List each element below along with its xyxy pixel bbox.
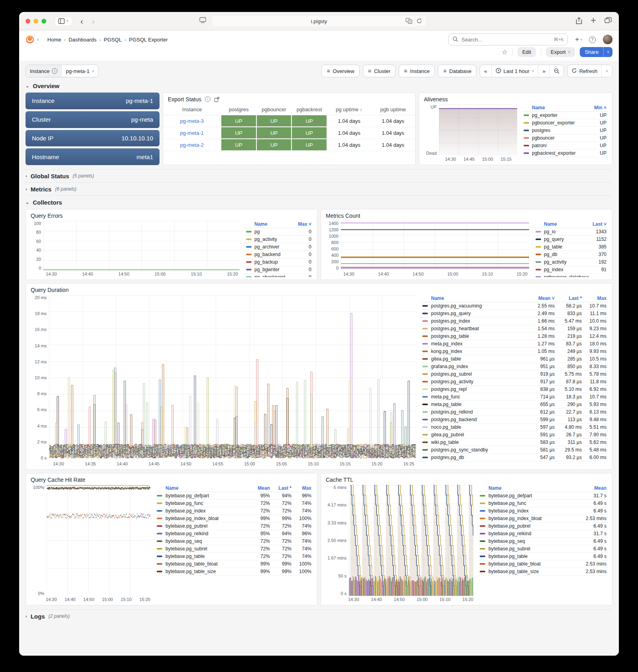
favorite-star-icon[interactable]: ☆ [502, 48, 507, 56]
series-name[interactable]: pg_table [544, 244, 596, 250]
series-name[interactable]: noco.pg_table [431, 424, 528, 430]
address-bar[interactable]: i.pigsty x [211, 15, 427, 27]
series-name[interactable]: bytebase.pg_func [488, 501, 576, 506]
series-name[interactable]: bytebase.pg_func [165, 501, 248, 506]
series-name[interactable]: bytebase.pg_table_bloat [165, 561, 248, 567]
time-range-picker[interactable]: Last 1 hour ˅ [491, 65, 538, 77]
series-name[interactable]: pg_db [544, 252, 596, 257]
series-name[interactable]: bytebase.pg_seq [488, 538, 576, 544]
series-name[interactable]: patroni [532, 143, 597, 148]
series-name[interactable]: postgres.pg_index [431, 318, 528, 324]
legend-item[interactable]: pg_bgwriter 0 [244, 266, 313, 274]
metrics-count-chart-canvas[interactable] [341, 221, 529, 270]
legend-item[interactable]: bytebase.pg_defpart 31.7 s [478, 492, 608, 500]
series-name[interactable]: pg_activity [544, 259, 596, 265]
legend-item[interactable]: pg_activity 192 [534, 258, 608, 266]
section-global-status[interactable]: › Global Status (5 panels) [26, 169, 612, 182]
legend-item[interactable]: kong.pg_index 1.05 ms 249 µs 9.93 ms [421, 348, 608, 355]
series-name[interactable]: bytebase.pg_table [165, 554, 248, 559]
external-link-icon[interactable] [214, 97, 219, 102]
legend-item[interactable]: postgres UP [522, 127, 608, 134]
legend-item[interactable]: bytebase.pg_subrel 72% 72% 74% [155, 545, 313, 553]
time-shift-back-button[interactable]: « [480, 65, 491, 77]
refresh-interval-chevron[interactable]: ˅ [601, 65, 612, 77]
user-avatar[interactable] [603, 35, 612, 44]
instance-link[interactable]: pg-meta-1 [163, 127, 221, 139]
tab-overview-icon[interactable] [605, 17, 612, 26]
legend-item[interactable]: bytebase.pg_table_bloat 2.53 mins [478, 560, 608, 568]
series-name[interactable]: bytebase.pg_table [488, 554, 576, 559]
legend-item[interactable]: postgres.pg_activity 917 µs 87.8 µs 11.8… [421, 378, 608, 386]
breadcrumb-label[interactable]: PGSQL Exporter [129, 37, 167, 43]
legend-item[interactable]: postgres.pg_db 547 µs 93.2 µs 6.00 ms [421, 454, 608, 461]
link-database[interactable]: ≡Database [438, 65, 477, 77]
legend-item[interactable]: pg_io 1343 [534, 228, 608, 236]
series-name[interactable]: meta.pg_index [431, 341, 528, 347]
share-icon[interactable] [576, 17, 582, 26]
sidebar-toggle-button[interactable]: ˅ [55, 17, 72, 26]
series-name[interactable]: bytebase.pg_table_size [165, 569, 248, 574]
series-name[interactable]: postgres.pg_table [431, 333, 528, 339]
legend-item[interactable]: postgres.pg_query 2.49 ms 833 µs 11.1 ms [421, 310, 608, 317]
legend-item[interactable]: bytebase.pg_table_size 2.53 mins [478, 568, 608, 575]
series-name[interactable]: postgres.pg_backend [431, 417, 528, 422]
series-name[interactable]: postgres.pg_relkind [431, 409, 528, 415]
zoom-window-button[interactable] [41, 19, 46, 24]
legend-item[interactable]: pg_archiver 0 [244, 243, 313, 251]
series-name[interactable]: bytebase.pg_table_bloat [488, 561, 576, 567]
series-name[interactable]: pg_archiver [254, 244, 306, 250]
aliveness-chart-canvas[interactable] [439, 104, 517, 156]
legend-item[interactable]: postgres.pg_repl 838 µs 5.10 ms 6.92 ms [421, 386, 608, 393]
link-instance[interactable]: ≡Instance [399, 65, 435, 77]
legend-item[interactable]: pg_query 1152 [534, 236, 608, 243]
legend-item[interactable]: bytebase.pg_func 72% 72% 74% [155, 500, 313, 507]
section-metrics[interactable]: › Metrics (6 panels) [26, 182, 612, 195]
query-duration-chart-canvas[interactable] [49, 295, 416, 460]
column-header[interactable]: pg uptime ↑ [327, 104, 371, 115]
series-name[interactable]: bytebase.pg_defpart [488, 493, 576, 499]
legend-item[interactable]: pg_checkpoint 0 [244, 274, 313, 277]
breadcrumb-item[interactable]: › PGSQL Exporter [124, 37, 167, 43]
legend-item[interactable]: bytebase.pg_seq 72% 72% 74% [155, 538, 313, 545]
reload-icon[interactable] [416, 18, 422, 25]
series-name[interactable]: bytebase.pg_seq [165, 538, 248, 544]
series-name[interactable]: pg_bgwriter [254, 267, 306, 272]
forward-button[interactable]: › [92, 17, 95, 25]
legend-item[interactable]: bytebase.pg_func 6.49 s [478, 500, 608, 507]
series-name[interactable]: postgres.pg_subrel [431, 371, 528, 377]
series-name[interactable]: kong.pg_index [431, 349, 528, 354]
minimize-window-button[interactable] [33, 19, 38, 24]
breadcrumb-item[interactable]: Home [45, 37, 61, 43]
cache-hit-chart-canvas[interactable] [47, 485, 150, 596]
series-name[interactable]: pg_index [544, 267, 599, 272]
legend-item[interactable]: postgres.pg_vacuuming 2.55 ms 58.2 µs 10… [421, 302, 608, 310]
add-menu-button[interactable]: + ˅ [575, 35, 583, 43]
series-name[interactable]: gitea.pg_table [431, 356, 528, 362]
legend-item[interactable]: bytebase.pg_subrel 6.49 s [478, 545, 608, 553]
series-name[interactable]: postgres.pg_db [431, 455, 528, 460]
link-cluster[interactable]: ≡Cluster [363, 65, 396, 77]
legend-item[interactable]: pgbouncer UP [522, 134, 608, 142]
time-shift-forward-button[interactable]: » [538, 65, 549, 77]
legend-item[interactable]: gitea.pg_table 961 µs 285 µs 10.5 ms [421, 355, 608, 363]
series-name[interactable]: gitea.pg_pubrel [431, 432, 528, 437]
query-errors-chart-canvas[interactable] [43, 221, 240, 270]
series-name[interactable]: pg_exporter [532, 112, 597, 118]
instance-variable-select[interactable]: Instance i pg-meta-1 ˅ [26, 65, 98, 77]
legend-item[interactable]: meta.pg_func 714 µs 18.3 µs 10.7 ms [421, 393, 608, 401]
legend-item[interactable]: pgbouncer_exporter UP [522, 119, 608, 127]
legend-item[interactable]: pg_backup 0 [244, 258, 313, 266]
legend-item[interactable]: wiki.pg_table 583 µs 311 µs 5.62 ms [421, 439, 608, 446]
breadcrumb-item[interactable]: › Dashboards [64, 37, 96, 43]
legend-item[interactable]: bytebase.pg_pubrel 72% 72% 74% [155, 522, 313, 530]
column-header[interactable]: postgres [221, 104, 256, 115]
column-header[interactable]: Instance [163, 104, 221, 115]
series-name[interactable]: bytebase.pg_table_size [488, 569, 576, 574]
series-name[interactable]: postgres.pg_repl [431, 386, 528, 392]
legend-item[interactable]: postgres.pg_sync_standby 581 µs 29.5 ms … [421, 446, 608, 454]
zoom-out-time-button[interactable] [549, 65, 563, 77]
instance-variable-value[interactable]: pg-meta-1 ˅ [61, 65, 98, 77]
info-icon[interactable]: i [205, 97, 211, 102]
legend-item[interactable]: postgres.pg_table 1.28 ms 219 µs 12.4 ms [421, 333, 608, 340]
series-name[interactable]: pg_query [544, 236, 593, 242]
